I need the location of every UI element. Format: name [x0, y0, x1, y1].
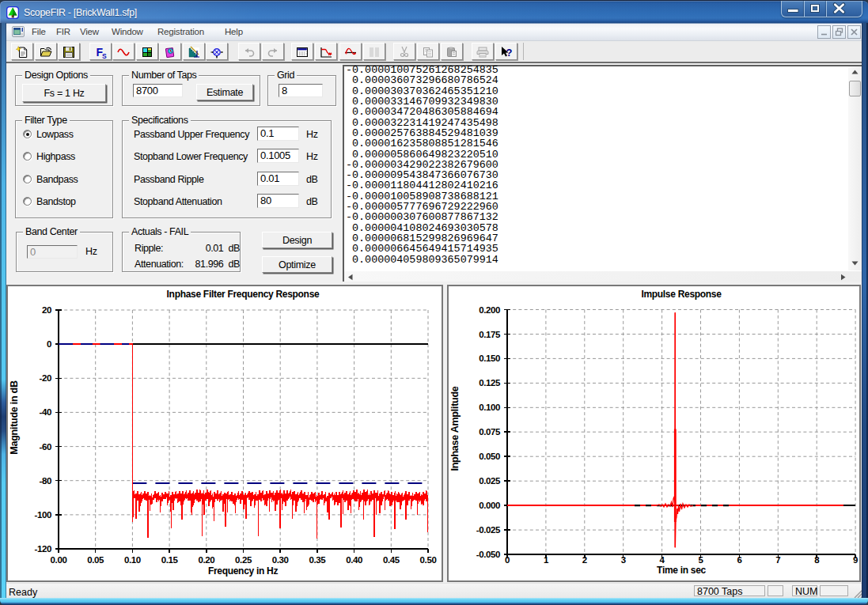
- svg-text:-120: -120: [35, 544, 51, 554]
- svg-text:-0.025: -0.025: [476, 525, 501, 535]
- svg-text:?: ?: [506, 47, 512, 59]
- svg-text:0.20: 0.20: [198, 555, 214, 565]
- svg-text:0.45: 0.45: [383, 555, 400, 565]
- svg-text:20: 20: [42, 305, 51, 315]
- svg-text:0.075: 0.075: [479, 427, 501, 437]
- svg-text:7: 7: [775, 555, 780, 565]
- svg-text:0.05: 0.05: [87, 555, 104, 565]
- svg-text:-20: -20: [40, 373, 51, 383]
- svg-text:0.40: 0.40: [346, 555, 362, 565]
- svg-text:0.050: 0.050: [479, 452, 500, 461]
- svg-text:0.30: 0.30: [272, 555, 289, 565]
- svg-text:-100: -100: [35, 510, 51, 520]
- svg-text:S: S: [102, 52, 107, 59]
- svg-text:0.35: 0.35: [309, 555, 327, 565]
- svg-text:0.10: 0.10: [124, 555, 141, 565]
- svg-text:1: 1: [544, 555, 549, 565]
- svg-text:0.000: 0.000: [479, 501, 500, 510]
- svg-text:-80: -80: [40, 476, 51, 486]
- svg-text:9: 9: [853, 555, 858, 565]
- svg-text:0.00: 0.00: [51, 555, 67, 565]
- svg-text:6: 6: [737, 555, 741, 565]
- svg-text:0.25: 0.25: [235, 555, 252, 565]
- svg-text:Time in sec: Time in sec: [657, 565, 706, 576]
- svg-text:-0.050: -0.050: [476, 550, 500, 559]
- svg-text:0: 0: [47, 339, 51, 349]
- svg-text:4: 4: [660, 555, 665, 565]
- svg-text:0.15: 0.15: [161, 555, 179, 565]
- svg-text:0.100: 0.100: [479, 403, 500, 412]
- svg-text:0.200: 0.200: [479, 305, 500, 315]
- svg-text:Inphase Amplitude: Inphase Amplitude: [449, 386, 461, 471]
- svg-text:Impulse Response: Impulse Response: [641, 289, 722, 300]
- svg-text:8: 8: [814, 555, 820, 565]
- svg-text:-60: -60: [40, 442, 51, 452]
- svg-text:3: 3: [621, 555, 626, 565]
- svg-text:0.175: 0.175: [479, 330, 501, 339]
- svg-text:0.150: 0.150: [479, 354, 500, 363]
- svg-text:5: 5: [699, 555, 704, 565]
- svg-text:2: 2: [582, 555, 587, 565]
- svg-text:Inphase Filter Frequency Respo: Inphase Filter Frequency Response: [167, 289, 320, 300]
- svg-text:Frequency in Hz: Frequency in Hz: [208, 565, 278, 577]
- svg-text:0.50: 0.50: [420, 555, 437, 565]
- svg-text:0: 0: [505, 555, 510, 565]
- svg-text:Magnitude in dB: Magnitude in dB: [9, 380, 20, 455]
- svg-text:0.125: 0.125: [479, 378, 501, 388]
- svg-text:-40: -40: [40, 407, 51, 417]
- svg-text:0.025: 0.025: [479, 476, 501, 486]
